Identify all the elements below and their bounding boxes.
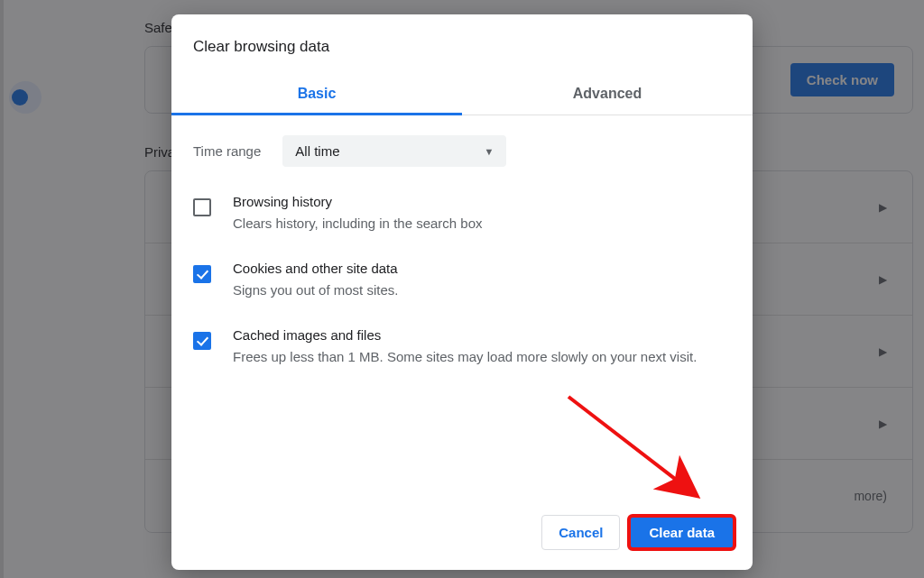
cancel-button[interactable]: Cancel (541, 515, 620, 550)
option-title: Browsing history (233, 194, 483, 209)
time-range-row: Time range All time ▼ (193, 135, 731, 167)
dialog-title: Clear browsing data (171, 14, 753, 72)
time-range-label: Time range (193, 143, 261, 159)
option-desc: Frees up less than 1 MB. Some sites may … (233, 347, 697, 367)
option-cookies: Cookies and other site data Signs you ou… (193, 261, 731, 300)
tab-advanced-label: Advanced (573, 86, 642, 102)
chevron-down-icon: ▼ (484, 146, 494, 157)
checkbox-cookies[interactable] (193, 265, 211, 283)
checkbox-browsing-history[interactable] (193, 198, 211, 216)
option-cache: Cached images and files Frees up less th… (193, 327, 731, 367)
time-range-select[interactable]: All time ▼ (282, 135, 506, 167)
clear-browsing-data-dialog: Clear browsing data Basic Advanced Time … (171, 14, 753, 570)
clear-data-button[interactable]: Clear data (629, 516, 735, 549)
tab-advanced[interactable]: Advanced (462, 72, 753, 115)
option-title: Cached images and files (233, 327, 697, 343)
dialog-tabs: Basic Advanced (171, 72, 753, 115)
tab-basic[interactable]: Basic (171, 72, 462, 115)
option-title: Cookies and other site data (233, 261, 398, 276)
option-desc: Clears history, including in the search … (233, 214, 483, 234)
tab-basic-label: Basic (298, 86, 337, 102)
option-browsing-history: Browsing history Clears history, includi… (193, 194, 731, 234)
dialog-body: Time range All time ▼ Browsing history C… (171, 115, 753, 499)
time-range-value: All time (295, 143, 339, 159)
checkbox-cache[interactable] (193, 332, 211, 350)
dialog-footer: Cancel Clear data (171, 499, 753, 570)
annotation-highlight: Clear data (629, 516, 735, 549)
option-desc: Signs you out of most sites. (233, 280, 398, 300)
